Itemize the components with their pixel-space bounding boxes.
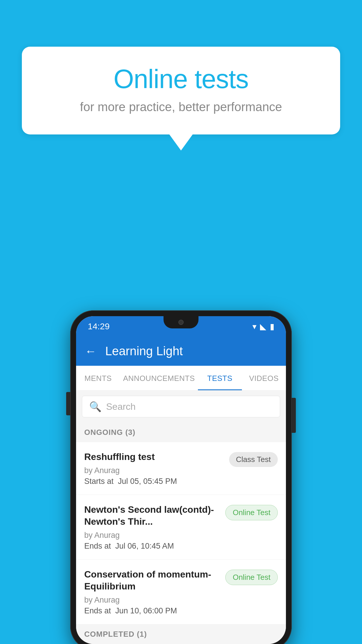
search-container: 🔍 Search: [76, 391, 286, 423]
test-item-3-title: Conservation of momentum-Equilibrium: [84, 568, 219, 593]
test-item-3-left: Conservation of momentum-Equilibrium by …: [84, 568, 225, 615]
speech-bubble-title: Online tests: [45, 64, 317, 94]
wifi-icon: ▾: [252, 322, 256, 331]
speech-bubble-tail: [169, 134, 193, 150]
phone-screen: 14:29 ▾ ◣ ▮ ← Learning Light MENTS ANNOU…: [76, 316, 286, 644]
test-item-3[interactable]: Conservation of momentum-Equilibrium by …: [76, 560, 286, 624]
test-item-2-left: Newton's Second law(contd)-Newton's Thir…: [84, 504, 225, 551]
tab-announcements[interactable]: ANNOUNCEMENTS: [120, 366, 198, 390]
test-item-1-date: Starts at Jul 05, 05:45 PM: [84, 477, 223, 486]
ongoing-section-header: ONGOING (3): [76, 423, 286, 442]
back-button[interactable]: ←: [85, 345, 96, 358]
test-item-1-title: Reshuffling test: [84, 451, 223, 463]
camera-dot: [178, 320, 184, 325]
test-item-1-author: by Anurag: [84, 466, 223, 475]
tab-tests[interactable]: TESTS: [198, 366, 242, 390]
test-item-3-date: Ends at Jun 10, 06:00 PM: [84, 606, 219, 615]
search-placeholder: Search: [106, 401, 136, 412]
status-bar: 14:29 ▾ ◣ ▮: [76, 316, 286, 337]
test-item-1[interactable]: Reshuffling test by Anurag Starts at Jul…: [76, 442, 286, 495]
test-item-1-left: Reshuffling test by Anurag Starts at Jul…: [84, 451, 229, 486]
test-item-2-title: Newton's Second law(contd)-Newton's Thir…: [84, 504, 219, 528]
tab-videos[interactable]: VIDEOS: [242, 366, 286, 390]
phone-frame: 14:29 ▾ ◣ ▮ ← Learning Light MENTS ANNOU…: [70, 310, 292, 644]
search-icon: 🔍: [89, 401, 101, 412]
search-input-wrapper[interactable]: 🔍 Search: [82, 396, 280, 417]
status-icons: ▾ ◣ ▮: [252, 322, 274, 331]
tabs-bar: MENTS ANNOUNCEMENTS TESTS VIDEOS: [76, 366, 286, 391]
completed-section-header: COMPLETED (1): [76, 624, 286, 644]
speech-bubble-subtitle: for more practice, better performance: [45, 100, 317, 114]
phone-wrapper: 14:29 ▾ ◣ ▮ ← Learning Light MENTS ANNOU…: [70, 310, 292, 644]
test-item-3-badge: Online Test: [225, 570, 278, 585]
test-item-3-author: by Anurag: [84, 596, 219, 605]
test-item-2-author: by Anurag: [84, 531, 219, 540]
test-item-2-badge: Online Test: [225, 505, 278, 520]
status-time: 14:29: [88, 321, 110, 331]
ongoing-label: ONGOING (3): [84, 428, 136, 437]
tab-ments[interactable]: MENTS: [76, 366, 120, 390]
speech-bubble: Online tests for more practice, better p…: [22, 47, 340, 134]
app-bar-title: Learning Light: [105, 344, 183, 358]
completed-label: COMPLETED (1): [84, 630, 147, 638]
notch: [164, 316, 198, 328]
test-item-1-badge: Class Test: [229, 452, 278, 467]
test-item-2[interactable]: Newton's Second law(contd)-Newton's Thir…: [76, 495, 286, 560]
app-bar: ← Learning Light: [76, 337, 286, 366]
speech-bubble-section: Online tests for more practice, better p…: [22, 47, 340, 150]
test-item-2-date: Ends at Jul 06, 10:45 AM: [84, 542, 219, 551]
battery-icon: ▮: [270, 322, 274, 331]
signal-icon: ◣: [260, 322, 266, 331]
